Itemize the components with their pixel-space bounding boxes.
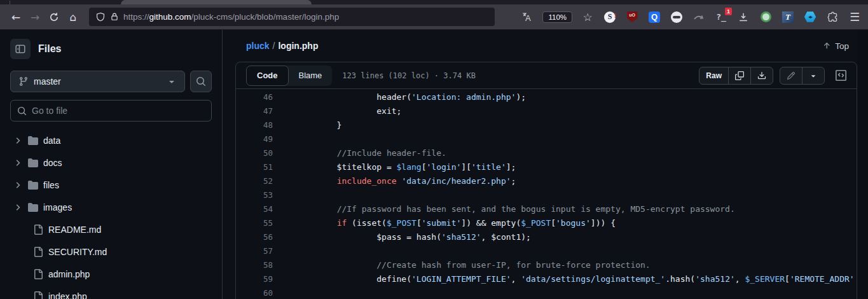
search-icon bbox=[17, 106, 27, 116]
code-line: 56 $pass = hash('sha512', $cont1); bbox=[236, 230, 857, 244]
line-number[interactable]: 53 bbox=[236, 188, 273, 202]
edit-dropdown-button[interactable] bbox=[802, 67, 824, 84]
chevron-right-icon bbox=[13, 180, 23, 190]
tree-item-data[interactable]: data bbox=[10, 129, 212, 151]
ext-bowl-icon[interactable] bbox=[670, 10, 684, 24]
tab-code[interactable]: Code bbox=[246, 66, 289, 86]
ext-swoosh-icon[interactable] bbox=[692, 10, 706, 24]
line-number[interactable]: 56 bbox=[236, 230, 273, 244]
tree-item-index.php[interactable]: index.php bbox=[10, 285, 212, 299]
line-number[interactable]: 57 bbox=[236, 244, 273, 258]
breadcrumb: pluck/login.php bbox=[246, 41, 318, 51]
extensions-puzzle-icon[interactable] bbox=[825, 10, 839, 24]
code-line: 57 bbox=[236, 244, 857, 258]
ext-ublock-icon[interactable]: uO bbox=[625, 10, 639, 24]
svg-text:A: A bbox=[525, 13, 531, 23]
copy-icon bbox=[735, 71, 744, 80]
back-button[interactable]: ← bbox=[6, 8, 25, 26]
edit-button[interactable] bbox=[780, 67, 802, 84]
code-line: 51 $titelkop = $lang['login']['title']; bbox=[236, 160, 857, 174]
copy-button[interactable] bbox=[728, 67, 750, 84]
arrow-up-icon bbox=[822, 41, 831, 50]
ext-ring-icon[interactable] bbox=[759, 10, 773, 24]
home-button[interactable]: ⌂ bbox=[64, 8, 83, 26]
code-view: 46 header('Location: admin.php');47 exit… bbox=[236, 89, 857, 299]
ext-hexagon-icon[interactable]: ◂▸ bbox=[803, 10, 817, 24]
downloads-button[interactable] bbox=[736, 10, 750, 24]
shield-icon[interactable] bbox=[95, 12, 106, 22]
line-content bbox=[273, 132, 297, 146]
code-line: 46 header('Location: admin.php'); bbox=[236, 90, 857, 104]
line-number[interactable]: 49 bbox=[236, 132, 273, 146]
line-content: //If password has been sent, and the bog… bbox=[273, 202, 735, 216]
browser-toolbar: ← → ⌂ https://github.com/pluck-cms/pluck… bbox=[0, 4, 868, 30]
tab-blame[interactable]: Blame bbox=[289, 66, 333, 86]
top-link[interactable]: Top bbox=[822, 41, 849, 51]
git-branch-icon bbox=[18, 76, 29, 87]
ext-s-icon[interactable]: S bbox=[603, 10, 617, 24]
bookmark-star-icon[interactable]: ☆ bbox=[581, 10, 595, 24]
extension-badge: 1 bbox=[725, 8, 732, 15]
search-repo-button[interactable] bbox=[190, 71, 212, 92]
code-line: 50 //Include header-file. bbox=[236, 146, 857, 160]
tree-item-README.md[interactable]: README.md bbox=[10, 218, 212, 240]
edit-group bbox=[780, 67, 825, 85]
line-content: $pass = hash('sha512', $cont1); bbox=[273, 230, 531, 244]
symbols-button[interactable] bbox=[831, 66, 850, 85]
chevron-right-icon bbox=[13, 158, 23, 168]
ext-q-icon[interactable]: Q bbox=[647, 10, 661, 24]
line-number[interactable]: 50 bbox=[236, 146, 273, 160]
url-path: /pluck-cms/pluck/blob/master/login.php bbox=[191, 12, 340, 22]
file-meta: 123 lines (102 loc) · 3.74 KB bbox=[342, 71, 476, 80]
line-content bbox=[273, 244, 297, 258]
panel-collapse-icon bbox=[15, 44, 25, 54]
reload-button[interactable] bbox=[45, 8, 64, 26]
page-scrollbar[interactable] bbox=[857, 30, 868, 299]
goto-file-field[interactable] bbox=[10, 100, 212, 122]
goto-file-input[interactable] bbox=[32, 106, 205, 116]
file-icon bbox=[33, 291, 43, 299]
menu-button[interactable]: ☰ bbox=[848, 10, 862, 24]
line-content: //Include header-file. bbox=[273, 146, 446, 160]
browser-chrome: ← → ⌂ https://github.com/pluck-cms/pluck… bbox=[0, 0, 868, 30]
active-browser-tab[interactable] bbox=[121, 0, 312, 4]
code-line: 48 } bbox=[236, 118, 857, 132]
lock-icon[interactable] bbox=[110, 12, 119, 22]
branch-selector[interactable]: master bbox=[10, 71, 185, 92]
ext-terminal-icon[interactable]: ?_ 1 bbox=[714, 10, 728, 24]
line-number[interactable]: 51 bbox=[236, 160, 273, 174]
line-number[interactable]: 52 bbox=[236, 174, 273, 188]
tree-item-images[interactable]: images bbox=[10, 196, 212, 218]
url-text[interactable]: https://github.com/pluck-cms/pluck/blob/… bbox=[123, 12, 339, 22]
collapse-sidebar-button[interactable] bbox=[10, 39, 31, 59]
blob-panel: Code Blame 123 lines (102 loc) · 3.74 KB… bbox=[235, 62, 857, 299]
line-number[interactable]: 48 bbox=[236, 118, 273, 132]
code-line: 55 if (isset($_POST['submit']) && empty(… bbox=[236, 216, 857, 230]
line-number[interactable]: 59 bbox=[236, 272, 273, 286]
code-line: 53 bbox=[236, 188, 857, 202]
tree-item-SECURITY.md[interactable]: SECURITY.md bbox=[10, 240, 212, 263]
line-number[interactable]: 60 bbox=[236, 286, 273, 299]
tree-item-admin.php[interactable]: admin.php bbox=[10, 263, 212, 285]
line-number[interactable]: 47 bbox=[236, 104, 273, 118]
download-raw-button[interactable] bbox=[750, 67, 773, 84]
toolbar-right: A 110% ☆ S uO Q ?_ 1 bbox=[520, 10, 862, 24]
line-content: $titelkop = $lang['login']['title']; bbox=[273, 160, 516, 174]
line-number[interactable]: 46 bbox=[236, 90, 273, 104]
forward-button[interactable]: → bbox=[25, 8, 45, 26]
zoom-indicator[interactable]: 110% bbox=[542, 11, 572, 23]
line-number[interactable]: 58 bbox=[236, 258, 273, 272]
code-blame-tabs: Code Blame bbox=[246, 66, 332, 86]
breadcrumb-repo-link[interactable]: pluck bbox=[246, 41, 270, 51]
tree-item-docs[interactable]: docs bbox=[10, 151, 212, 174]
file-icon bbox=[33, 269, 43, 279]
tree-item-files[interactable]: files bbox=[10, 174, 212, 196]
raw-button[interactable]: Raw bbox=[699, 67, 728, 84]
line-number[interactable]: 54 bbox=[236, 202, 273, 216]
translate-icon[interactable]: A bbox=[520, 10, 534, 24]
line-number[interactable]: 55 bbox=[236, 216, 273, 230]
ext-t-icon[interactable]: T bbox=[781, 10, 795, 24]
url-bar[interactable]: https://github.com/pluck-cms/pluck/blob/… bbox=[89, 8, 495, 26]
code-square-icon bbox=[836, 70, 846, 81]
triangle-down-icon bbox=[809, 71, 818, 80]
